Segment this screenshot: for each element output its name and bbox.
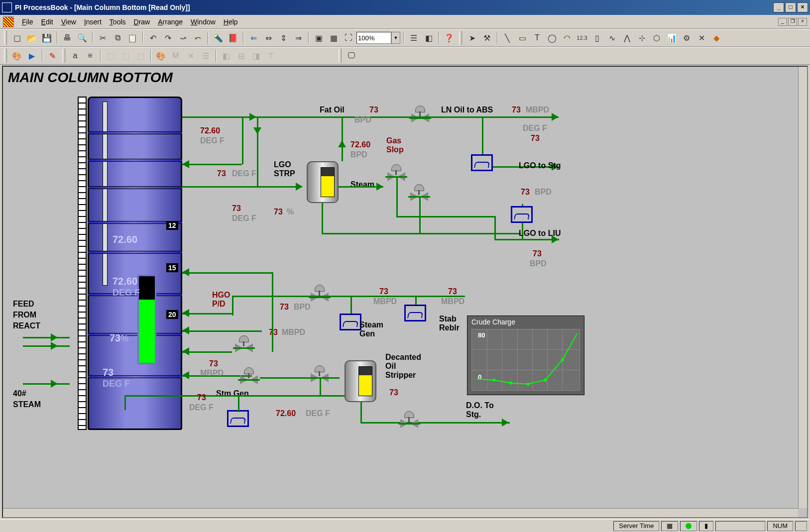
print-preview-icon[interactable]: 🔍	[75, 31, 89, 45]
fill-color-icon[interactable]: 🎨	[10, 49, 24, 63]
menu-window[interactable]: Window	[187, 17, 220, 27]
menu-arrange[interactable]: Arrange	[154, 17, 187, 27]
svg-point-4	[561, 358, 564, 361]
play-icon[interactable]: ▶	[25, 49, 39, 63]
paste-icon[interactable]: 📋	[125, 31, 139, 45]
menu-file[interactable]: File	[18, 17, 37, 27]
group-icon[interactable]: ⬚	[104, 49, 117, 63]
toolbar-grip-2[interactable]	[459, 31, 462, 45]
copy-icon[interactable]: ⧉	[111, 31, 124, 45]
pointer-icon[interactable]: ➤	[465, 31, 479, 45]
save-icon[interactable]: 💾	[40, 31, 54, 45]
sqc-icon[interactable]: ⋀	[620, 31, 634, 45]
zoom-dropdown-icon[interactable]: ▼	[391, 32, 400, 44]
mdi-restore-button[interactable]: ❐	[788, 18, 797, 26]
new-icon[interactable]: ▢	[10, 31, 24, 45]
toolbar-grip-3[interactable]	[4, 49, 7, 63]
display-canvas[interactable]: MAIN COLUMN BOTTOM 12 15 20 72.60 72.60 …	[2, 66, 808, 518]
val-r2: 73	[217, 169, 226, 178]
valve-ln-oil	[409, 106, 431, 123]
xy-icon[interactable]: ⊹	[635, 31, 649, 45]
redo-icon[interactable]: ↷	[161, 31, 175, 45]
cut-icon[interactable]: ✂	[96, 31, 110, 45]
menu-edit[interactable]: Edit	[37, 17, 57, 27]
zoom-combo[interactable]: ▼	[356, 32, 400, 44]
ungroup-icon[interactable]: ⬚	[118, 49, 132, 63]
col-temp-bot: 73	[103, 367, 114, 378]
layers-icon[interactable]: ☰	[407, 31, 421, 45]
maximize-view-icon[interactable]: ⛶	[342, 31, 355, 45]
open-icon[interactable]: 📂	[25, 31, 39, 45]
menu-insert[interactable]: Insert	[80, 17, 106, 27]
status-led	[680, 521, 697, 531]
edit-mode-icon[interactable]: ✎	[45, 49, 59, 63]
histogram-icon[interactable]: 📊	[665, 31, 679, 45]
print-icon[interactable]: 🖶	[60, 31, 74, 45]
value-icon[interactable]: 12.3	[575, 31, 589, 45]
regroup-icon[interactable]: ⬚	[133, 49, 147, 63]
palette-icon[interactable]: 🎨	[154, 49, 168, 63]
horizontal-scrollbar[interactable]	[3, 508, 798, 517]
line-style-icon[interactable]: ≡	[83, 49, 97, 63]
align-right-icon[interactable]: ◨	[249, 49, 263, 63]
trend-crude-charge[interactable]: Crude Charge 80 0	[467, 316, 584, 395]
menu-tools[interactable]: Tools	[106, 17, 130, 27]
mdi-close-button[interactable]: ×	[798, 18, 807, 26]
app-menu-icon[interactable]	[3, 16, 14, 27]
menu-help[interactable]: Help	[220, 17, 242, 27]
close-button[interactable]: ×	[797, 2, 808, 12]
gear-icon[interactable]: ⚙	[680, 31, 694, 45]
toolbar-grip-4[interactable]	[62, 49, 65, 63]
col-temp-bot-unit: DEG F	[103, 379, 130, 389]
m-icon[interactable]: M	[169, 49, 183, 63]
hx-bottom	[227, 410, 249, 427]
zoom-input[interactable]	[356, 32, 391, 44]
full-screen-icon[interactable]: ▣	[312, 31, 326, 45]
tools-icon[interactable]: ✕	[694, 31, 708, 45]
mdi-minimize-button[interactable]: _	[778, 18, 787, 26]
feed-label-2: FROM	[13, 311, 36, 319]
hgo-bpd-val: 73	[280, 303, 289, 312]
redo-all-icon[interactable]: ⤻	[176, 31, 190, 45]
undo-icon[interactable]: ↶	[146, 31, 160, 45]
build-icon[interactable]: ⚒	[480, 31, 494, 45]
font-a-icon[interactable]: a	[68, 49, 82, 63]
trend-icon[interactable]: ∿	[605, 31, 619, 45]
lgo-liu-val: 73	[533, 249, 542, 258]
batch-icon[interactable]: ⬡	[650, 31, 664, 45]
undo-all-icon[interactable]: ⤺	[191, 31, 205, 45]
toolbar-grip-5[interactable]	[339, 49, 342, 63]
align-top-icon[interactable]: ⊤	[264, 49, 278, 63]
text-icon[interactable]: T	[530, 31, 544, 45]
minimize-button[interactable]: _	[773, 2, 784, 12]
rectangle-icon[interactable]: ▭	[515, 31, 529, 45]
props-icon[interactable]: ☰	[199, 49, 213, 63]
display-up-icon[interactable]: ⇕	[276, 31, 290, 45]
menu-draw[interactable]: Draw	[130, 17, 154, 27]
delete-icon[interactable]: ✕	[184, 49, 198, 63]
vertical-scrollbar[interactable]	[798, 67, 807, 508]
line-icon[interactable]: ╲	[500, 31, 514, 45]
display-right-icon[interactable]: ⇒	[291, 31, 305, 45]
toolbar-grip[interactable]	[4, 31, 7, 45]
book-icon[interactable]: 📕	[226, 31, 240, 45]
valve-draw	[238, 367, 260, 385]
toggle-icon[interactable]: ◧	[422, 31, 436, 45]
trend-plot: 80 0	[471, 329, 580, 391]
align-left-icon[interactable]: ◧	[219, 49, 233, 63]
flashlight-icon[interactable]: 🔦	[211, 31, 225, 45]
monitor-icon[interactable]: 🖵	[345, 49, 358, 63]
arc-icon[interactable]: ◠	[560, 31, 574, 45]
bar-icon[interactable]: ▯	[590, 31, 604, 45]
maximize-button[interactable]: □	[785, 2, 796, 12]
tile-icon[interactable]: ▦	[327, 31, 341, 45]
display-forward-icon[interactable]: ⇔	[261, 31, 275, 45]
help-icon[interactable]: ❓	[442, 31, 456, 45]
display-back-icon[interactable]: ⇐	[246, 31, 260, 45]
ellipse-icon[interactable]: ◯	[545, 31, 559, 45]
align-center-icon[interactable]: ⊟	[234, 49, 248, 63]
draw-mbpd-val: 73	[209, 359, 218, 368]
graphic-icon[interactable]: ◆	[709, 31, 723, 45]
lgo-stg-label: LGO to Stg	[519, 161, 561, 170]
menu-view[interactable]: View	[57, 17, 80, 27]
